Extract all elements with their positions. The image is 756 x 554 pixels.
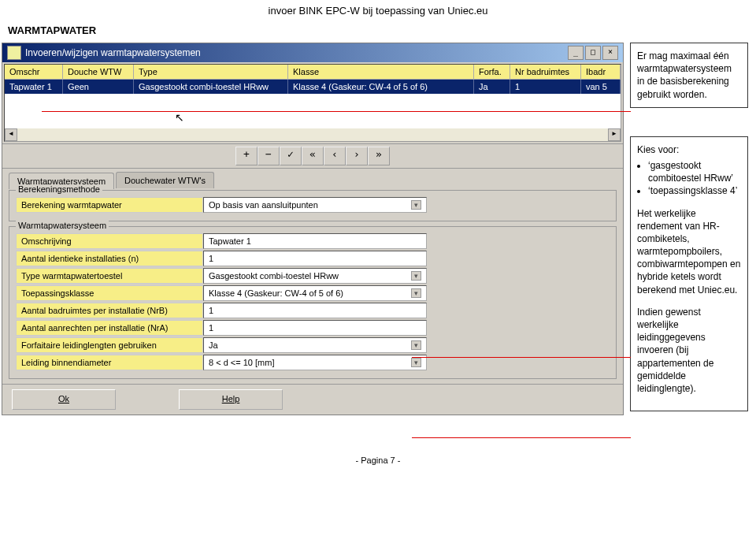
cell-type: Gasgestookt combi-toestel HRww — [134, 80, 288, 94]
group-warmtapwatersysteem: Warmtapwatersysteem Omschrijving Tapwate… — [9, 226, 617, 379]
minimize-button[interactable]: _ — [568, 46, 584, 60]
note-2-bullet-1: ‘gasgestookt combitoestel HRww’ — [648, 159, 741, 184]
label-type-toestel: Type warmtapwatertoestel — [16, 268, 203, 284]
cell-ibadr: van 5 — [581, 80, 621, 94]
select-berekening-warmtapwater[interactable]: Op basis van aansluitpunten — [203, 197, 427, 213]
col-omschr: Omschr — [5, 65, 63, 80]
select-leiding-diameter[interactable]: 8 < d <= 10 [mm] — [203, 355, 427, 370]
label-berekening-warmtapwater: Berekening warmtapwater — [16, 197, 203, 213]
toolbar: + − ✓ « ‹ › » — [2, 143, 623, 169]
prev-button[interactable]: ‹ — [324, 147, 346, 165]
col-forfa: Forfa. — [474, 65, 510, 80]
table-row[interactable]: Tapwater 1 Geen Gasgestookt combi-toeste… — [5, 80, 621, 94]
col-klasse: Klasse — [288, 65, 474, 80]
add-button[interactable]: + — [235, 147, 258, 165]
note-2-p3: Indien gewenst werkelijke leidinggegeven… — [637, 306, 741, 395]
note-box-2: Kies voor: ‘gasgestookt combitoestel HRw… — [630, 136, 748, 411]
remove-button[interactable]: − — [258, 147, 280, 165]
note-2-p2: Het werkelijke rendement van HR-combiket… — [637, 207, 741, 296]
label-aantal-aanrechten: Aantal aanrechten per installatie (NrA) — [16, 320, 203, 336]
select-toepassingsklasse[interactable]: Klasse 4 (Gaskeur: CW-4 of 5 of 6) — [203, 285, 427, 301]
cell-forfa: Ja — [474, 80, 510, 94]
cell-omschr: Tapwater 1 — [5, 80, 63, 94]
group-berekeningsmethode: Berekeningsmethode Berekening warmtapwat… — [9, 190, 617, 221]
h-scrollbar[interactable]: ◄ ► — [5, 128, 621, 141]
label-aantal-badruimtes: Aantal badruimtes per installatie (NrB) — [16, 303, 203, 318]
col-douche-wtw: Douche WTW — [63, 65, 134, 80]
page-header: invoer BINK EPC-W bij toepassing van Uni… — [0, 0, 756, 21]
data-grid[interactable]: Omschr Douche WTW Type Klasse Forfa. Nr … — [4, 64, 621, 142]
cursor-icon: ↖ — [175, 111, 184, 124]
cell-douche-wtw: Geen — [63, 80, 134, 94]
maximize-button[interactable]: □ — [585, 46, 601, 60]
section-title: WARMTAPWATER — [0, 21, 756, 43]
select-type-toestel[interactable]: Gasgestookt combi-toestel HRww — [203, 268, 427, 284]
label-toepassingsklasse: Toepassingsklasse — [16, 285, 203, 301]
note-2-intro: Kies voor: — [637, 144, 679, 155]
label-forfaitaire: Forfaitaire leidinglengten gebruiken — [16, 337, 203, 353]
label-aantal-identieke: Aantal identieke installaties (n) — [16, 251, 203, 266]
col-ibadr: Ibadr — [581, 65, 621, 80]
group-legend-1: Berekeningsmethode — [16, 184, 102, 194]
last-button[interactable]: » — [368, 147, 390, 165]
titlebar: Invoeren/wijzigen warmtapwatersystemen _… — [2, 43, 623, 62]
scroll-left-icon[interactable]: ◄ — [5, 128, 17, 141]
input-omschrijving[interactable]: Tapwater 1 — [203, 233, 427, 249]
help-button[interactable]: Help — [179, 389, 283, 410]
cell-klasse: Klasse 4 (Gaskeur: CW-4 of 5 of 6) — [288, 80, 474, 94]
first-button[interactable]: « — [302, 147, 324, 165]
tab-douchewater-wtw[interactable]: Douchewater WTW's — [116, 172, 214, 188]
note-2-bullet-2: ‘toepassingsklasse 4’ — [648, 184, 741, 197]
scroll-right-icon[interactable]: ► — [608, 128, 621, 141]
col-nr-badruimtes: Nr badruimtes — [510, 65, 581, 80]
note-1-text: Er mag maximaal één warmtapwatersysteem … — [637, 50, 732, 100]
app-icon — [7, 46, 21, 60]
page-footer: - Pagina 7 - — [0, 440, 756, 470]
group-legend-2: Warmtapwatersysteem — [16, 221, 109, 230]
app-window: Invoeren/wijzigen warmtapwatersystemen _… — [2, 43, 624, 415]
ok-button[interactable]: Ok — [12, 389, 116, 410]
next-button[interactable]: › — [346, 147, 368, 165]
note-box-1: Er mag maximaal één warmtapwatersysteem … — [630, 43, 748, 108]
close-button[interactable]: × — [602, 46, 618, 60]
window-title: Invoeren/wijzigen warmtapwatersystemen — [25, 47, 201, 58]
input-aantal-aanrechten[interactable]: 1 — [203, 320, 427, 336]
col-type: Type — [134, 65, 288, 80]
input-aantal-badruimtes[interactable]: 1 — [203, 303, 427, 318]
label-leiding-diameter: Leiding binnendiameter — [16, 355, 203, 370]
confirm-button[interactable]: ✓ — [280, 147, 302, 165]
label-omschrijving: Omschrijving — [16, 233, 203, 249]
input-aantal-identieke[interactable]: 1 — [203, 251, 427, 266]
select-forfaitaire[interactable]: Ja — [203, 337, 427, 353]
cell-nr-badruimtes: 1 — [510, 80, 581, 94]
